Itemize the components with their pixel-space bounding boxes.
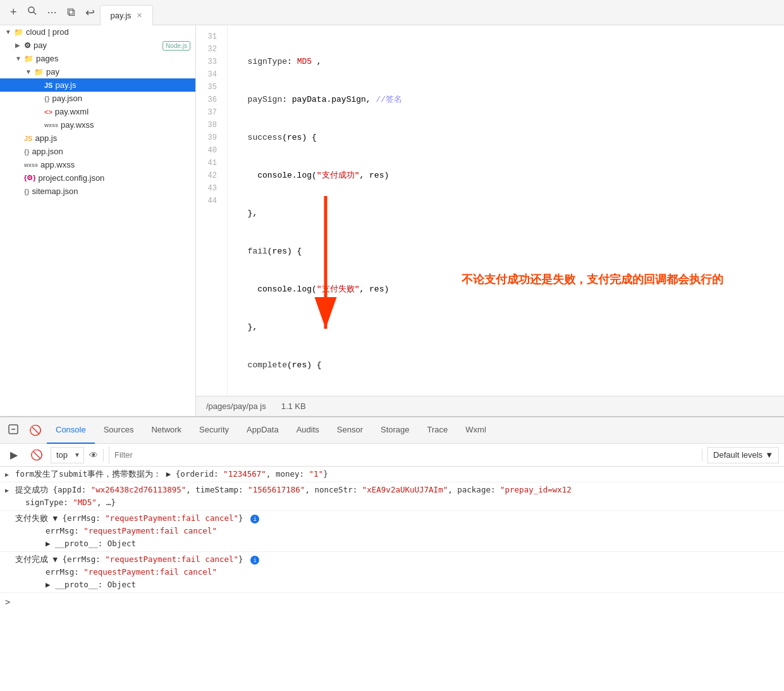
expand-icon[interactable]: ▶ (5, 484, 9, 497)
config-icon: {⚙} (24, 174, 36, 182)
tab-close-button[interactable]: ✕ (137, 11, 142, 20)
console-prompt[interactable]: > (0, 593, 784, 611)
sidebar-label: pages (36, 54, 190, 63)
sidebar-item-cloud-prod[interactable]: 📁 cloud | prod (0, 25, 195, 39)
sidebar-item-sitemap-json[interactable]: {} sitemap.json (0, 185, 195, 198)
folder-icon: 📁 (24, 54, 34, 63)
nodejs-badge: Node.js (162, 40, 190, 50)
sidebar-label: pay.json (52, 94, 190, 103)
context-select[interactable]: top (51, 447, 84, 463)
code-editor[interactable]: 3132333435 3637383940 41424344 signType:… (196, 25, 784, 396)
status-bar: /pages/pay/pa js 1.1 KB (196, 396, 784, 416)
sidebar-label: app.wxss (40, 160, 190, 169)
sidebar-label: pay.wxml (55, 107, 190, 116)
line-numbers: 3132333435 3637383940 41424344 (196, 25, 228, 396)
console-toolbar: ▶ 🚫 top ▼ 👁 Default levels ▼ (0, 444, 784, 467)
console-row-form-submit: ▶ form发生了submit事件，携带数据为： ▶ {orderid: "12… (0, 467, 784, 482)
eye-icon[interactable]: 👁 (89, 450, 98, 460)
arrow-icon (5, 28, 14, 35)
context-select-wrapper: top ▼ (51, 447, 84, 463)
tab-storage[interactable]: Storage (372, 417, 419, 444)
sidebar-label: app.js (35, 133, 190, 143)
code-content: signType: MD5 , paySign: payData.paySign… (228, 25, 784, 396)
js-icon: JS (44, 82, 52, 89)
file-size: 1.1 KB (281, 401, 306, 411)
sidebar-item-app-js[interactable]: JS app.js (0, 131, 195, 145)
sidebar-item-pages[interactable]: 📁 pages (0, 52, 195, 65)
sidebar-label: pay (46, 67, 190, 76)
prompt-caret-icon: > (5, 596, 10, 608)
sidebar-item-pay-pkg[interactable]: ⚙ pay Node.js (0, 39, 195, 52)
sidebar-item-pay-wxss[interactable]: wxss pay.wxss (0, 118, 195, 131)
sidebar-item-app-wxss[interactable]: wxss app.wxss (0, 158, 195, 171)
json2-icon: {} (24, 188, 30, 195)
arrow-icon (25, 68, 34, 75)
expand-arrow-icon[interactable]: ▶ (46, 539, 51, 548)
tab-network[interactable]: Network (142, 417, 190, 444)
back-button[interactable]: ↩ (80, 3, 100, 22)
menu-button[interactable]: ··· (42, 3, 62, 21)
json-icon: {} (24, 148, 30, 156)
sidebar-item-pay-json[interactable]: {} pay.json (0, 92, 195, 105)
wxss-icon: wxss (44, 122, 58, 128)
sidebar-label: pay.js (55, 80, 190, 90)
console-row-pay-complete: 支付完成 ▼ {errMsg: "requestPayment:fail can… (0, 552, 784, 593)
svg-point-0 (28, 7, 34, 13)
info-icon: i (250, 515, 259, 523)
js-icon: JS (24, 135, 32, 142)
sidebar-item-pay-folder[interactable]: 📁 pay (0, 65, 195, 78)
run-button[interactable]: ▶ (5, 446, 23, 464)
levels-arrow-icon: ▼ (765, 450, 773, 460)
levels-dropdown[interactable]: Default levels ▼ (707, 447, 779, 463)
top-tab-bar: + ··· ⧉ ↩ pay.js ✕ (0, 0, 784, 25)
wxml-icon: <> (44, 108, 52, 116)
console-output: ▶ form发生了submit事件，携带数据为： ▶ {orderid: "12… (0, 467, 784, 691)
package-icon: ⚙ (24, 41, 31, 50)
folder-icon: 📁 (14, 28, 23, 37)
sidebar-label: project.config.json (39, 173, 190, 183)
levels-label: Default levels (713, 450, 763, 460)
tab-label: pay.js (111, 11, 132, 20)
clear-button[interactable]: 🚫 (28, 446, 46, 464)
tab-sensor[interactable]: Sensor (328, 417, 372, 444)
wxss-icon: wxss (24, 162, 38, 168)
tab-security[interactable]: Security (190, 417, 238, 444)
bottom-panel: 🚫 Console Sources Network Security AppDa… (0, 416, 784, 691)
sidebar-item-app-json[interactable]: {} app.json (0, 145, 195, 158)
devtools-stop-icon[interactable]: 🚫 (24, 419, 47, 441)
console-row-pay-fail: 支付失败 ▼ {errMsg: "requestPayment:fail can… (0, 511, 784, 552)
tab-pay-js[interactable]: pay.js ✕ (100, 5, 153, 25)
expand-arrow-icon[interactable]: ▶ (5, 468, 9, 481)
tab-appdata[interactable]: AppData (238, 417, 288, 444)
devtools-inspect-icon[interactable] (3, 419, 24, 443)
svg-line-1 (34, 12, 36, 15)
new-tab-button[interactable]: + (5, 3, 22, 21)
main-area: 📁 cloud | prod ⚙ pay Node.js 📁 pages 📁 p… (0, 25, 784, 416)
filter-input[interactable] (109, 446, 697, 464)
toolbar-divider (103, 449, 104, 462)
tab-trace[interactable]: Trace (419, 417, 457, 444)
arrow-icon (15, 42, 24, 49)
json-icon: {} (44, 95, 50, 102)
console-row-submit-success: ▶ 提交成功 {appId: "wx26438c2d76113895", tim… (0, 482, 784, 511)
sidebar-label: app.json (32, 147, 190, 156)
sidebar-item-pay-wxml[interactable]: <> pay.wxml (0, 105, 195, 118)
tab-wxml[interactable]: Wxml (456, 417, 495, 444)
file-sidebar: 📁 cloud | prod ⚙ pay Node.js 📁 pages 📁 p… (0, 25, 196, 416)
layout-button[interactable]: ⧉ (62, 3, 80, 21)
devtools-tabs: 🚫 Console Sources Network Security AppDa… (0, 417, 784, 444)
search-button[interactable] (22, 3, 42, 21)
sidebar-label: pay (34, 40, 162, 50)
tab-audits[interactable]: Audits (288, 417, 328, 444)
info-icon-2: i (250, 556, 259, 565)
file-path: /pages/pay/pa js (206, 401, 266, 411)
arrow-icon (15, 55, 24, 62)
sidebar-item-project-config[interactable]: {⚙} project.config.json (0, 171, 195, 185)
toolbar-divider2 (702, 449, 702, 462)
tab-sources[interactable]: Sources (95, 417, 143, 444)
sidebar-label: sitemap.json (32, 187, 190, 196)
expand-arrow-icon2[interactable]: ▶ (46, 580, 51, 589)
sidebar-label: pay.wxss (61, 120, 190, 130)
sidebar-item-pay-js[interactable]: JS pay.js (0, 78, 195, 92)
tab-console[interactable]: Console (47, 417, 95, 444)
